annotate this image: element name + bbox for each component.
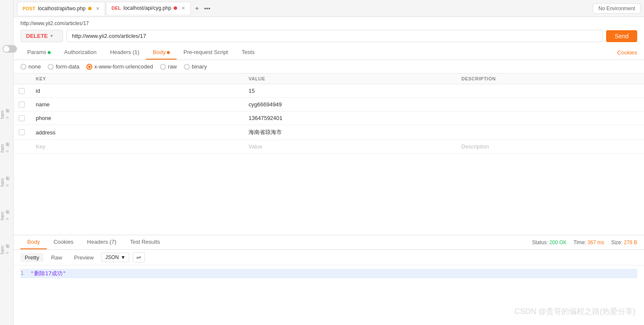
row-description-cell[interactable] — [456, 111, 644, 125]
url-input[interactable] — [66, 30, 603, 42]
row-checkbox-cell — [14, 98, 31, 111]
resp-tab-cookies[interactable]: Cookies — [47, 235, 80, 249]
more-tabs-button[interactable]: ••• — [202, 3, 212, 14]
table-header-row: KEY VALUE DESCRIPTION — [14, 74, 644, 84]
tabs-bar: POST localhost/api/two.php ✕ DEL localho… — [14, 0, 644, 17]
format-raw-button[interactable]: Raw — [47, 253, 66, 262]
row-checkbox[interactable] — [19, 88, 25, 94]
post-method-label: POST — [23, 6, 35, 11]
row-checkbox-cell — [14, 84, 31, 98]
radio-none-circle — [20, 64, 26, 70]
sidebar-text-1: ham=海 — [0, 111, 13, 119]
post-close-icon[interactable]: ✕ — [96, 6, 100, 11]
row-value-cell[interactable]: Value — [243, 140, 456, 154]
wrap-button[interactable]: ⇌ — [133, 252, 145, 262]
radio-binary[interactable]: binary — [184, 63, 207, 70]
row-checkbox[interactable] — [19, 129, 25, 135]
radio-raw-circle — [160, 64, 166, 70]
radio-binary-label: binary — [192, 63, 207, 70]
radio-urlencoded[interactable]: x-www-form-urlencoded — [86, 63, 153, 70]
environment-selector[interactable]: No Environment — [593, 3, 641, 14]
row-value-cell[interactable]: 15 — [243, 84, 456, 98]
size-label: Size: 278 B — [611, 239, 637, 245]
radio-binary-circle — [184, 64, 190, 70]
radio-raw[interactable]: raw — [160, 63, 177, 70]
del-close-icon[interactable]: ✕ — [181, 6, 185, 11]
body-table-container: KEY VALUE DESCRIPTION id 15 name cyg6669… — [14, 73, 644, 235]
breadcrumb: http://www.yii2.com/articles/17 — [20, 20, 637, 26]
resp-tab-headers[interactable]: Headers (7) — [80, 235, 123, 249]
row-checkbox[interactable] — [19, 102, 25, 108]
radio-form-data-circle — [48, 64, 54, 70]
format-type-label: JSON — [105, 254, 119, 260]
th-description: DESCRIPTION — [456, 74, 644, 84]
table-row: id 15 — [14, 84, 644, 98]
radio-none[interactable]: none — [20, 63, 41, 70]
method-selector[interactable]: DELETE ▼ — [20, 30, 63, 42]
toggle-handle[interactable] — [3, 45, 17, 53]
request-tabs: Params Authorization Headers (1) Body Pr… — [14, 46, 644, 60]
tab-authorization[interactable]: Authorization — [57, 46, 103, 60]
format-type-chevron-icon: ▼ — [120, 254, 126, 260]
add-tab-button[interactable]: + — [193, 3, 200, 14]
tab-pre-request[interactable]: Pre-request Script — [177, 46, 235, 60]
post-dot — [88, 7, 92, 10]
size-value: 278 B — [624, 239, 637, 245]
cookies-button[interactable]: Cookies — [617, 49, 637, 56]
row-key-cell[interactable]: name — [31, 98, 243, 111]
th-key: KEY — [31, 74, 243, 84]
row-value-cell[interactable]: 13647592401 — [243, 111, 456, 125]
status-label: Status: 200 OK — [532, 239, 567, 245]
row-key-cell[interactable]: phone — [31, 111, 243, 125]
request-bar: DELETE ▼ Send — [20, 30, 637, 42]
th-checkbox — [14, 74, 31, 84]
body-table: KEY VALUE DESCRIPTION id 15 name cyg6669… — [14, 73, 644, 154]
format-preview-button[interactable]: Preview — [70, 253, 98, 262]
post-url-label: localhost/api/two.php — [38, 6, 86, 11]
row-description-cell[interactable] — [456, 84, 644, 98]
radio-urlencoded-circle — [86, 64, 92, 70]
body-dot — [167, 51, 170, 54]
format-type-selector[interactable]: JSON ▼ — [101, 253, 129, 262]
table-row: address 海南省琼海市 — [14, 125, 644, 140]
del-url-label: localhost/api/cyg.php — [123, 5, 171, 11]
toggle-switch[interactable] — [3, 45, 17, 53]
format-pretty-button[interactable]: Pretty — [20, 253, 43, 262]
response-body: 1 "删除17成功" — [14, 265, 644, 325]
radio-form-data-label: form-data — [56, 63, 80, 70]
tab-body[interactable]: Body — [146, 46, 177, 60]
tab-del[interactable]: DEL localhost/api/cyg.php ✕ — [106, 2, 191, 15]
table-row: Key Value Description — [14, 140, 644, 154]
row-description-cell[interactable] — [456, 98, 644, 111]
th-value: VALUE — [243, 74, 456, 84]
tab-headers[interactable]: Headers (1) — [103, 46, 146, 60]
resp-tab-body[interactable]: Body — [20, 235, 47, 249]
del-method-label: DEL — [112, 6, 121, 11]
method-chevron-icon: ▼ — [49, 34, 54, 38]
row-checkbox-cell — [14, 125, 31, 140]
row-checkbox-cell — [14, 111, 31, 125]
row-description-cell[interactable]: Description — [456, 140, 644, 154]
row-key-cell[interactable]: id — [31, 84, 243, 98]
radio-form-data[interactable]: form-data — [48, 63, 80, 70]
cookies-link: Cookies — [617, 49, 637, 56]
radio-none-label: none — [29, 63, 41, 70]
send-button[interactable]: Send — [606, 30, 637, 42]
row-checkbox[interactable] — [19, 115, 25, 121]
response-line-1: 1 "删除17成功" — [20, 269, 637, 278]
row-key-cell[interactable]: address — [31, 125, 243, 140]
resp-tab-test-results[interactable]: Test Results — [123, 235, 167, 249]
row-checkbox-cell — [14, 140, 31, 154]
row-value-cell[interactable]: 海南省琼海市 — [243, 125, 456, 140]
tab-post[interactable]: POST localhost/api/two.php ✕ — [17, 2, 105, 15]
body-type-bar: none form-data x-www-form-urlencoded raw… — [14, 60, 644, 73]
response-content: "删除17成功" — [31, 270, 66, 277]
row-description-cell[interactable] — [456, 125, 644, 140]
time-label: Time: 367 ms — [573, 239, 604, 245]
tab-params[interactable]: Params — [20, 46, 57, 60]
tab-tests[interactable]: Tests — [235, 46, 261, 60]
row-key-cell[interactable]: Key — [31, 140, 243, 154]
row-value-cell[interactable]: cyg66694949 — [243, 98, 456, 111]
line-number-1: 1 — [20, 270, 24, 276]
response-header: Body Cookies Headers (7) Test Results St… — [14, 235, 644, 250]
